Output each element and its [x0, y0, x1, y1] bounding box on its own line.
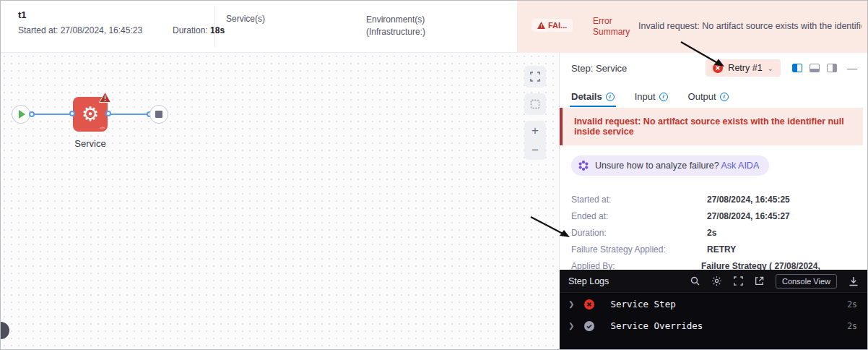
step-logs-header: Step Logs [560, 270, 867, 293]
chevron-right-icon[interactable]: ❯ [568, 300, 574, 308]
step-error-message: Invalid request: No artifact source exis… [574, 116, 851, 137]
tab-input[interactable]: Input i [635, 83, 668, 107]
error-summary-text: Invalid request: No artifact source exis… [638, 21, 862, 31]
detail-label: Started at: [571, 195, 707, 205]
tab-output-label: Output [688, 91, 716, 102]
warning-icon [537, 22, 545, 29]
step-warning-icon [99, 92, 111, 103]
gear-icon [711, 276, 722, 286]
aida-question-text: Unsure how to analyze failure? Ask AIDA [595, 161, 759, 171]
log-row-service-overrides[interactable]: ❯ Service Overrides 2s [560, 315, 867, 336]
search-icon [690, 276, 700, 286]
status-badge: FAI... [531, 19, 573, 32]
step-panel-header: Step: Service Retry #1 ⌄ — [560, 53, 867, 83]
step-logs-panel: Step Logs [560, 270, 867, 350]
execution-header: t1 Started at: 27/08/2024, 16:45:23 Dura… [1, 1, 867, 53]
end-node[interactable] [149, 105, 168, 124]
info-icon[interactable]: i [606, 93, 615, 101]
zoom-controls: + − [524, 121, 546, 160]
success-status-icon [584, 321, 594, 331]
minimize-panel-button[interactable]: — [847, 62, 857, 74]
log-fullscreen-button[interactable] [734, 276, 743, 286]
external-link-icon [755, 276, 764, 286]
step-logs-title: Step Logs [568, 276, 609, 286]
detail-value: 27/08/2024, 16:45:27 [707, 211, 790, 221]
marquee-select-icon [530, 99, 540, 109]
zoom-in-button[interactable]: + [524, 121, 546, 140]
play-icon [19, 110, 25, 119]
log-open-new-tab-button[interactable] [755, 276, 764, 286]
console-view-button[interactable]: Console View [776, 274, 837, 289]
step-tabs: Details i Input i Output i [560, 83, 867, 107]
tab-details-label: Details [571, 91, 602, 102]
log-step-duration: 2s [847, 321, 857, 331]
header-divider [214, 7, 215, 47]
log-step-name: Service Overrides [610, 320, 703, 331]
ask-aida-pill[interactable]: Unsure how to analyze failure? Ask AIDA [571, 155, 769, 176]
log-download-button[interactable] [849, 276, 859, 286]
detail-row-ended-at: Ended at: 27/08/2024, 16:45:27 [571, 211, 856, 221]
status-badge-label: FAI... [548, 21, 567, 30]
info-icon[interactable]: i [659, 93, 668, 101]
chevron-right-icon[interactable]: ❯ [568, 322, 574, 330]
chevron-down-icon: ⌄ [768, 64, 773, 72]
log-row-service-step[interactable]: ❯ Service Step 2s [560, 293, 867, 315]
pipeline-edge [33, 114, 74, 115]
detail-label: Ended at: [571, 211, 707, 221]
failed-status-icon [713, 63, 723, 73]
step-details-panel: Step: Service Retry #1 ⌄ — [559, 53, 867, 350]
detail-label: Failure Strategy Applied: [571, 244, 707, 255]
detail-label: Duration: [571, 228, 707, 238]
logs-toolbar: Console View [690, 274, 859, 289]
layout-bottom-button[interactable] [810, 64, 820, 72]
aida-flower-icon [578, 160, 589, 171]
log-settings-button[interactable] [711, 276, 722, 286]
detail-value: 2s [707, 228, 716, 238]
download-icon [849, 276, 859, 286]
canvas-controls: + − [524, 66, 546, 160]
pipeline-canvas[interactable]: ⚙ </> Service [1, 53, 559, 350]
retry-dropdown[interactable]: Retry #1 ⌄ [706, 59, 781, 77]
infrastructure-label: (Infrastructure:) [366, 26, 425, 38]
fullscreen-canvas-button[interactable] [524, 66, 546, 88]
detail-row-started-at: Started at: 27/08/2024, 16:45:25 [571, 195, 856, 205]
detail-value: RETRY [707, 244, 736, 255]
tab-output[interactable]: Output i [688, 83, 729, 107]
gear-step-icon: ⚙ [82, 105, 99, 124]
log-step-duration: 2s [847, 299, 857, 310]
tab-details[interactable]: Details i [571, 83, 615, 107]
node-port-left [69, 111, 75, 116]
pipeline-edge [110, 114, 149, 115]
info-icon[interactable]: i [720, 93, 729, 101]
start-node[interactable] [12, 105, 30, 124]
error-summary-label: Error Summary [593, 16, 638, 38]
layout-split-left-button[interactable] [792, 64, 802, 72]
step-panel-title: Step: Service [571, 63, 627, 74]
duration-label: Duration: [173, 25, 210, 35]
started-at-text: Started at: 27/08/2024, 16:45:23 [18, 25, 142, 35]
panel-layout-toggles [792, 64, 837, 72]
ask-aida-link[interactable]: Ask AIDA [721, 161, 759, 171]
marquee-select-button[interactable] [524, 93, 546, 115]
log-step-name: Service Step [610, 299, 675, 310]
stop-icon [155, 111, 162, 118]
log-search-button[interactable] [690, 276, 700, 286]
duration-text: Duration: 18s [173, 25, 225, 35]
pipeline-name: t1 [18, 9, 27, 20]
service-node-label: Service [64, 138, 116, 149]
duration-value: 18s [210, 25, 225, 35]
services-label: Service(s) [226, 14, 265, 24]
fullscreen-icon [734, 276, 743, 286]
pipeline-execution-window: t1 Started at: 27/08/2024, 16:45:23 Dura… [0, 0, 868, 350]
detail-row-duration: Duration: 2s [571, 228, 856, 238]
zoom-out-button[interactable]: − [524, 140, 546, 160]
retry-label: Retry #1 [728, 63, 762, 73]
fullscreen-icon [530, 72, 540, 82]
environments-block: Environment(s) (Infrastructure:) [366, 14, 425, 38]
service-step-node[interactable]: ⚙ </> [73, 97, 108, 132]
failed-status-icon [584, 299, 594, 310]
template-code-icon: </> [100, 126, 105, 130]
layout-right-button[interactable] [827, 64, 837, 72]
tab-input-label: Input [635, 91, 656, 102]
step-error-banner: Invalid request: No artifact source exis… [560, 108, 863, 145]
